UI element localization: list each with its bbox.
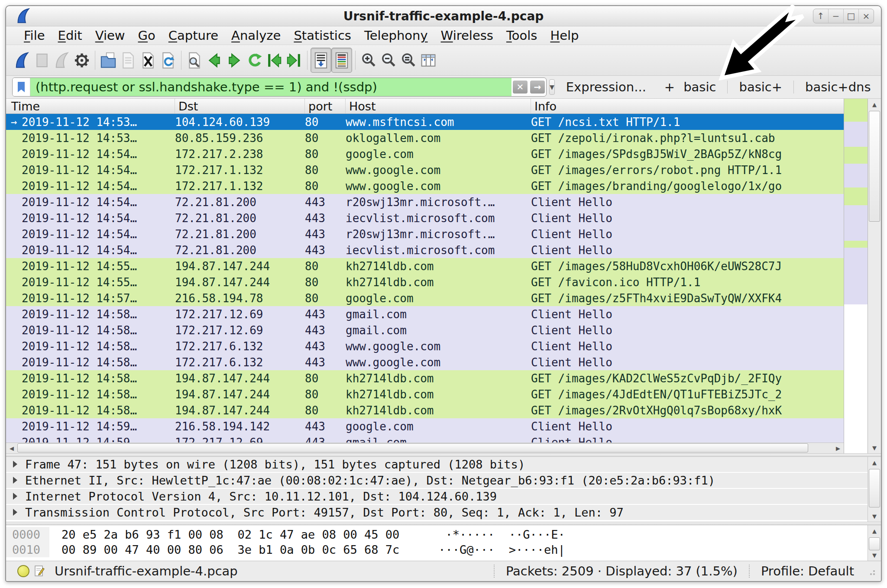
- filter-clear-icon[interactable]: ✕: [513, 81, 528, 94]
- packet-row[interactable]: 2019-11-12 14:54…72.21.81.200443r20swj13…: [6, 226, 844, 242]
- packet-row[interactable]: 2019-11-12 14:55…194.87.147.24480kh2714l…: [6, 274, 844, 290]
- scroll-up-icon[interactable]: ▲: [868, 99, 881, 110]
- open-file-button[interactable]: [98, 48, 118, 72]
- maximize-window-icon[interactable]: □: [843, 9, 858, 23]
- scroll-right-icon[interactable]: ▶: [832, 443, 844, 453]
- menu-telephony[interactable]: Telephony: [358, 28, 434, 43]
- packet-row[interactable]: 2019-11-12 14:58…172.217.12.69443gmail.c…: [6, 322, 844, 338]
- expand-triangle-icon[interactable]: [13, 493, 17, 500]
- restart-capture-button[interactable]: [52, 48, 72, 72]
- go-first-button[interactable]: [264, 48, 284, 72]
- hex-bytes[interactable]: 00 89 00 47 40 00 80 06 3e b1 0a 0b 0c 6…: [49, 543, 399, 556]
- detail-tree-row[interactable]: Internet Protocol Version 4, Src: 10.11.…: [6, 489, 868, 504]
- packet-row[interactable]: 2019-11-12 14:58…194.87.147.24480kh2714l…: [6, 386, 844, 402]
- hex-dump-row[interactable]: 001000 89 00 47 40 00 80 06 3e b1 0a 0b …: [6, 542, 868, 557]
- pane-splitter-2[interactable]: [6, 522, 881, 525]
- vscroll-thumb[interactable]: [869, 111, 880, 222]
- menu-tools[interactable]: Tools: [500, 28, 544, 43]
- minimize-window-icon[interactable]: −: [828, 9, 843, 23]
- detail-tree-row[interactable]: Frame 47: 151 bytes on wire (1208 bits),…: [6, 457, 868, 472]
- start-capture-button[interactable]: [12, 48, 32, 72]
- menu-wireless[interactable]: Wireless: [434, 28, 500, 43]
- packet-row[interactable]: 2019-11-12 14:57…216.58.194.7880google.c…: [6, 290, 844, 306]
- filter-shortcut-basic[interactable]: basic: [683, 80, 716, 94]
- stop-capture-button[interactable]: [32, 48, 52, 72]
- packet-row[interactable]: 2019-11-12 14:58…172.217.12.69443gmail.c…: [6, 306, 844, 322]
- vertical-scrollbar[interactable]: ▲ ▼: [868, 99, 881, 453]
- bytes-scroll-thumb[interactable]: [869, 537, 880, 550]
- details-scroll-down-icon[interactable]: ▼: [868, 510, 881, 522]
- filter-shortcut-basicplusdns[interactable]: basic+dns: [805, 80, 871, 94]
- packet-row[interactable]: 2019-11-12 14:58…194.87.147.24480kh2714l…: [6, 370, 844, 386]
- packet-row[interactable]: 2019-11-12 14:54…72.21.81.200443iecvlist…: [6, 242, 844, 258]
- go-last-button[interactable]: [284, 48, 304, 72]
- hscroll-thumb[interactable]: [17, 443, 808, 452]
- filter-shortcut-basicplus[interactable]: basic+: [739, 80, 782, 94]
- go-forward-button[interactable]: [224, 48, 244, 72]
- filter-bookmark-icon[interactable]: [13, 78, 30, 96]
- shade-window-icon[interactable]: ↑: [813, 9, 828, 23]
- profile-indicator[interactable]: Profile: Default: [749, 565, 865, 578]
- packet-row[interactable]: →2019-11-12 14:53…104.124.60.13980www.ms…: [6, 114, 844, 130]
- intelligent-scrollbar-minimap[interactable]: [844, 99, 868, 453]
- packet-row[interactable]: 2019-11-12 14:55…194.87.147.24480kh2714l…: [6, 258, 844, 274]
- packet-row[interactable]: 2019-11-12 14:58…172.217.6.132443www.goo…: [6, 338, 844, 354]
- column-header-dst[interactable]: Dst: [175, 99, 305, 113]
- menu-capture[interactable]: Capture: [162, 28, 225, 43]
- detail-tree-row[interactable]: Ethernet II, Src: HewlettP_1c:47:ae (00:…: [6, 473, 868, 488]
- filter-add-button[interactable]: +: [664, 80, 675, 94]
- hex-bytes[interactable]: 20 e5 2a b6 93 f1 00 08 02 1c 47 ae 08 0…: [49, 528, 399, 541]
- column-header-host[interactable]: Host: [346, 99, 531, 113]
- reload-file-button[interactable]: [158, 48, 178, 72]
- column-header-info[interactable]: Info: [531, 99, 844, 113]
- zoom-original-button[interactable]: [398, 48, 418, 72]
- packet-row[interactable]: 2019-11-12 14:59…172.217.12.69443gmail.c…: [6, 434, 844, 443]
- scroll-left-icon[interactable]: ◀: [6, 443, 17, 453]
- packet-row[interactable]: 2019-11-12 14:58…194.87.147.24480kh2714l…: [6, 402, 844, 418]
- display-filter-input[interactable]: [30, 78, 511, 96]
- menu-statistics[interactable]: Statistics: [287, 28, 358, 43]
- bytes-scroll-down-icon[interactable]: ▼: [868, 549, 881, 561]
- column-header-time[interactable]: Time: [6, 99, 175, 113]
- zoom-in-button[interactable]: [359, 48, 379, 72]
- hex-ascii[interactable]: ···G@··· >····eh|: [399, 543, 565, 556]
- close-window-icon[interactable]: ×: [858, 9, 874, 23]
- pane-splitter[interactable]: [6, 453, 881, 457]
- auto-scroll-button[interactable]: [311, 48, 331, 73]
- menu-go[interactable]: Go: [132, 28, 162, 43]
- packet-row[interactable]: 2019-11-12 14:54…172.217.2.23880google.c…: [6, 146, 844, 162]
- detail-tree-row[interactable]: Transmission Control Protocol, Src Port:…: [6, 505, 868, 520]
- capture-options-button[interactable]: [72, 48, 92, 72]
- title-bar[interactable]: Ursnif-traffic-example-4.pcap ↑−□×: [6, 6, 881, 26]
- resize-grip[interactable]: [867, 567, 875, 575]
- menu-analyze[interactable]: Analyze: [225, 28, 287, 43]
- packet-row[interactable]: 2019-11-12 14:59…216.58.194.142443google…: [6, 418, 844, 434]
- capture-comment-icon[interactable]: [34, 565, 45, 577]
- expand-triangle-icon[interactable]: [13, 509, 17, 516]
- expand-triangle-icon[interactable]: [13, 461, 17, 468]
- expert-info-icon[interactable]: [17, 565, 29, 577]
- packet-row[interactable]: 2019-11-12 14:54…72.21.81.200443iecvlist…: [6, 210, 844, 226]
- resize-columns-button[interactable]: [418, 48, 438, 72]
- horizontal-scrollbar[interactable]: ◀ ▶: [6, 443, 844, 453]
- filter-dropdown-icon[interactable]: ▼: [549, 79, 555, 95]
- packet-row[interactable]: 2019-11-12 14:54…172.217.1.13280www.goog…: [6, 162, 844, 178]
- details-scroll-up-icon[interactable]: ▲: [868, 457, 881, 468]
- menu-edit[interactable]: Edit: [52, 28, 89, 43]
- zoom-out-button[interactable]: [379, 48, 398, 72]
- packet-row[interactable]: 2019-11-12 14:54…72.21.81.200443r20swj13…: [6, 194, 844, 210]
- expression-button[interactable]: Expression...: [566, 80, 646, 94]
- expand-triangle-icon[interactable]: [13, 477, 17, 484]
- menu-view[interactable]: View: [89, 28, 132, 43]
- hex-ascii[interactable]: ·*····· ··G···E·: [399, 528, 565, 541]
- close-file-button[interactable]: [138, 48, 158, 72]
- scroll-down-icon[interactable]: ▼: [868, 442, 881, 453]
- details-scrollbar[interactable]: ▲ ▼: [868, 457, 881, 522]
- find-packet-button[interactable]: [185, 48, 204, 72]
- hex-dump-row[interactable]: 000020 e5 2a b6 93 f1 00 08 02 1c 47 ae …: [6, 527, 868, 542]
- go-back-button[interactable]: [204, 48, 224, 72]
- column-header-port[interactable]: port: [305, 99, 346, 113]
- packet-row[interactable]: 2019-11-12 14:53…80.85.159.23680oklogall…: [6, 130, 844, 146]
- filter-apply-icon[interactable]: →: [530, 81, 545, 94]
- menu-help[interactable]: Help: [544, 28, 585, 43]
